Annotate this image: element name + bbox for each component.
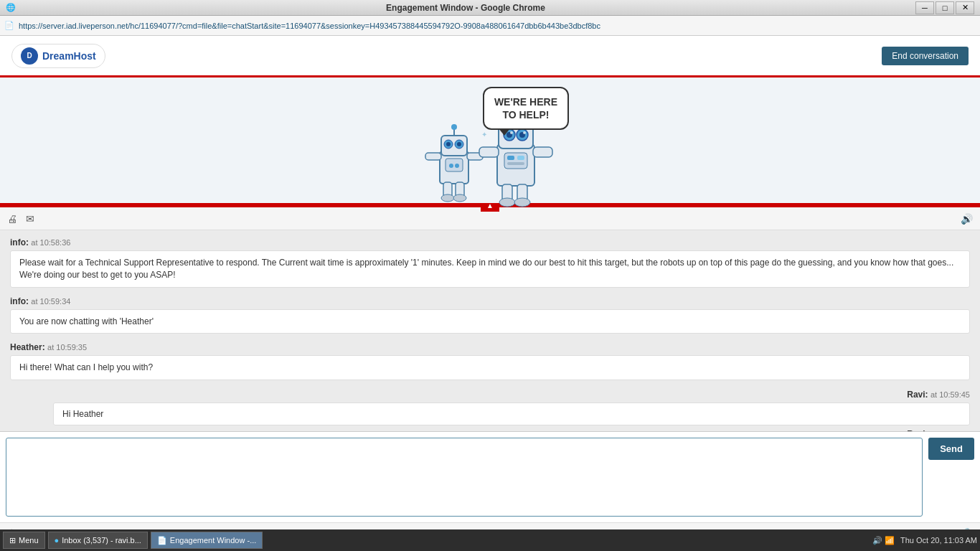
message-bubble-ravi-1: Hi Heather — [53, 402, 970, 425]
page-icon: 📄 — [4, 21, 14, 30]
chat-header: D DreamHost End conversation — [0, 36, 980, 77]
title-bar-controls[interactable]: ─ □ ✕ — [915, 1, 974, 14]
toolbar-left: 🖨 ✉ — [7, 213, 34, 225]
logo-text: DreamHost — [42, 50, 96, 62]
timestamp-1: at 10:58:36 — [31, 238, 70, 247]
end-conversation-button[interactable]: End conversation — [882, 47, 969, 65]
print-icon[interactable]: 🖨 — [7, 213, 17, 225]
clock: Thu Oct 20, 11:03 AM — [900, 536, 977, 545]
svg-rect-36 — [507, 162, 524, 165]
timestamp-2: at 10:59:34 — [31, 297, 70, 306]
sender-info-1: info: — [10, 237, 29, 248]
sender-info-2: info: — [10, 296, 29, 306]
svg-rect-28 — [533, 147, 552, 157]
hero-banner: WE'RE HERE TO HELP! — [0, 77, 980, 203]
address-bar: 📄 https://server.iad.liveperson.net/hc/1… — [0, 16, 980, 36]
taskbar-inbox[interactable]: ● Inbox (3,537) - ravi.b... — [48, 532, 148, 549]
svg-point-4 — [446, 142, 451, 146]
info-line-2: info: at 10:59:34 — [10, 296, 970, 306]
sound-icon[interactable]: 🔊 — [961, 213, 973, 225]
svg-point-32 — [514, 198, 530, 207]
maximize-button[interactable]: □ — [936, 1, 954, 14]
heather-line: Heather: at 10:59:35 — [10, 342, 970, 352]
svg-point-31 — [499, 198, 515, 207]
messages-area: info: at 10:58:36 Please wait for a Tech… — [0, 230, 980, 431]
robot-container: WE'RE HERE TO HELP! — [418, 87, 562, 194]
svg-rect-27 — [479, 147, 499, 157]
info-line-1: info: at 10:58:36 — [10, 237, 970, 248]
chrome-icon: ● — [55, 536, 60, 545]
menu-button[interactable]: ⊞ Menu — [3, 532, 45, 549]
sender-ravi-1: Ravi: — [907, 390, 930, 400]
ravi-message-right-1: Ravi: at 10:59:45 — [10, 389, 970, 400]
chat-input[interactable] — [6, 438, 923, 517]
svg-point-13 — [453, 194, 466, 202]
svg-point-7 — [451, 124, 457, 130]
message-bubble-2: You are now chatting with 'Heather' — [10, 309, 970, 334]
speech-bubble: WE'RE HERE TO HELP! — [483, 87, 569, 130]
svg-point-23 — [510, 131, 513, 134]
logo-icon: D — [27, 52, 32, 60]
title-bar: 🌐 Engagement Window - Google Chrome ─ □ … — [0, 0, 980, 16]
sender-ravi-2: Ravi: — [907, 429, 930, 431]
svg-rect-14 — [446, 159, 463, 171]
sender-heather: Heather: — [10, 342, 45, 352]
timestamp-ravi-2: at 11:00:16 — [930, 430, 970, 431]
svg-rect-34 — [507, 156, 514, 160]
doc-icon: 📄 — [157, 536, 167, 545]
dreamhost-logo: D DreamHost — [11, 44, 105, 68]
ravi-message-right-2: Ravi: at 11:00:16 — [10, 428, 970, 431]
url-display: https://server.iad.liveperson.net/hc/116… — [19, 22, 976, 30]
timestamp-heather: at 10:59:35 — [47, 343, 87, 352]
message-bubble-1: Please wait for a Technical Support Repr… — [10, 250, 970, 288]
menu-icon: ⊞ — [9, 536, 16, 545]
message-bubble-heather: Hi there! What can I help you with? — [10, 355, 970, 380]
close-button[interactable]: ✕ — [956, 1, 974, 14]
browser-icon: 🌐 — [6, 3, 16, 12]
logo-circle: D — [21, 47, 38, 65]
taskbar-right: 🔊 📶 Thu Oct 20, 11:03 AM — [872, 536, 977, 545]
svg-text:✦: ✦ — [481, 131, 487, 138]
email-icon[interactable]: ✉ — [26, 213, 34, 225]
svg-rect-35 — [517, 156, 524, 160]
svg-rect-33 — [504, 153, 527, 169]
svg-point-15 — [449, 164, 453, 168]
svg-point-5 — [457, 142, 461, 146]
svg-point-24 — [523, 131, 526, 134]
svg-point-16 — [455, 164, 459, 168]
title-bar-left: 🌐 — [6, 3, 16, 12]
taskbar: ⊞ Menu ● Inbox (3,537) - ravi.b... 📄 Eng… — [0, 529, 980, 551]
input-area: Send — [0, 431, 980, 522]
sys-icons: 🔊 📶 — [872, 536, 895, 545]
taskbar-engagement[interactable]: 📄 Engagement Window -... — [151, 532, 263, 549]
svg-rect-8 — [425, 153, 441, 160]
svg-point-12 — [441, 194, 454, 202]
title-bar-title: Engagement Window - Google Chrome — [16, 3, 915, 13]
timestamp-ravi-1: at 10:59:45 — [930, 390, 970, 399]
send-button[interactable]: Send — [928, 438, 974, 460]
minimize-button[interactable]: ─ — [915, 1, 934, 14]
